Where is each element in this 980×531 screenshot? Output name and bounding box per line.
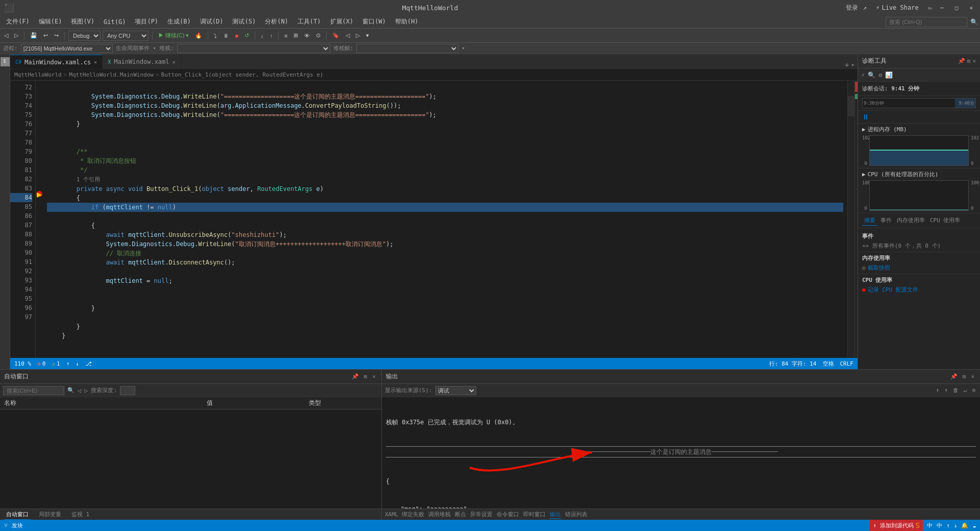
tab-breakpoints[interactable]: 断点: [455, 511, 466, 518]
output-pin[interactable]: 📌: [949, 372, 959, 381]
tab-output[interactable]: 输出: [550, 511, 561, 519]
hot-reload-button[interactable]: 🔥: [193, 31, 204, 40]
continue-button[interactable]: ▶ 继续(C) ▾: [156, 31, 191, 40]
add-to-source-button[interactable]: ↑ 添加到源代码 S: [870, 520, 923, 531]
search-nav-prev[interactable]: ◁: [78, 387, 81, 394]
diag-pin-button[interactable]: 📌: [958, 58, 965, 64]
notifications-button[interactable]: 🔔: [961, 522, 968, 529]
diag-pause-button[interactable]: ⏸: [862, 113, 869, 121]
up-arrow[interactable]: ↑: [66, 360, 70, 367]
bookmark-button[interactable]: 🔖: [330, 31, 341, 40]
download-icon[interactable]: ↓: [954, 522, 958, 529]
live-share-button[interactable]: ⚡ Live Share: [872, 3, 922, 12]
diag-toolbar-icon3[interactable]: ⚙: [878, 71, 882, 79]
output-close[interactable]: ✕: [969, 372, 976, 381]
diag-tab-cpu[interactable]: CPU 使用率: [928, 215, 963, 226]
show-threads-button[interactable]: ≡: [282, 32, 289, 40]
step-into-button[interactable]: ↓: [259, 32, 266, 40]
cloud-icon[interactable]: ☁: [972, 522, 976, 529]
search-icon[interactable]: 🔍: [970, 18, 978, 26]
nav-next-button[interactable]: ▷: [354, 31, 362, 40]
tab-command[interactable]: 命令窗口: [497, 511, 519, 518]
tab-auto-window[interactable]: 自动窗口: [4, 510, 31, 520]
menu-item-analyze[interactable]: 分析(N): [261, 16, 292, 27]
tab-local-vars[interactable]: 局部变量: [37, 510, 63, 519]
breadcrumb-namespace[interactable]: MqttHelloWorld.MainWindow: [69, 71, 154, 78]
menu-item-file[interactable]: 文件(F): [2, 16, 34, 27]
save-button[interactable]: 💾: [28, 31, 39, 40]
tab-mainwindow-xaml[interactable]: X MainWindow.xaml ✕: [103, 55, 181, 69]
auto-watch-search[interactable]: [3, 386, 64, 395]
search-nav-next[interactable]: ▷: [84, 387, 88, 394]
input-indicator[interactable]: 中: [937, 522, 942, 529]
breakpoints-button[interactable]: ⊙: [314, 31, 323, 40]
redo-button[interactable]: ↪: [52, 31, 61, 40]
lang-indicator[interactable]: 中: [927, 522, 933, 529]
output-toolbar-btn2[interactable]: ⬇: [943, 386, 949, 395]
tab-exceptions[interactable]: 异常设置: [470, 511, 493, 518]
down-arrow[interactable]: ↓: [76, 360, 79, 367]
menu-item-git[interactable]: Git(G): [100, 17, 130, 27]
diag-detach-button[interactable]: ⊞: [967, 58, 971, 64]
diag-tab-events[interactable]: 事件: [878, 215, 894, 226]
menu-item-build[interactable]: 生成(B): [163, 16, 195, 27]
diag-toolbar-icon4[interactable]: 📊: [885, 71, 893, 79]
diag-tab-summary[interactable]: 摘要: [862, 215, 877, 226]
stack-dropdown[interactable]: [177, 44, 330, 53]
forward-button[interactable]: ▷: [12, 31, 20, 40]
close-button[interactable]: ✕: [966, 5, 976, 11]
snapshot-button[interactable]: 截取快照: [868, 264, 890, 272]
git-branch-status[interactable]: 发块: [12, 522, 23, 529]
output-source-dropdown[interactable]: 调试: [435, 386, 476, 395]
breadcrumb-file[interactable]: MqttHelloWorld: [14, 71, 62, 78]
parallel-watch-button[interactable]: 👁: [302, 32, 312, 40]
tab-error-list[interactable]: 错误列表: [565, 511, 587, 518]
tab-overflow-button[interactable]: ▾: [851, 62, 854, 68]
frame-dropdown[interactable]: [356, 44, 458, 53]
menu-item-extensions[interactable]: 扩展(X): [326, 16, 358, 27]
cpu-record-button[interactable]: 记录 CPU 配置文件: [868, 286, 918, 294]
activity-bar-item-explorer[interactable]: E: [1, 57, 10, 66]
tab-mainwindow-cs[interactable]: C# MainWindow.xaml.cs ✕: [10, 55, 103, 69]
zoom-level[interactable]: 110 %: [14, 360, 31, 367]
auto-watch-close[interactable]: ✕: [371, 372, 377, 381]
upload-icon[interactable]: ↑: [946, 522, 950, 529]
tab-xaml-binding[interactable]: XAML 绑定失败: [385, 511, 424, 518]
min-button[interactable]: ─: [937, 5, 947, 11]
warning-indicator[interactable]: ⚠ 1: [52, 360, 60, 367]
menu-item-edit[interactable]: 编辑(E): [35, 16, 66, 27]
undo-button[interactable]: ↩: [41, 31, 50, 40]
tab-close-xaml[interactable]: ✕: [173, 59, 176, 65]
diag-toolbar-icon2[interactable]: 🔍: [868, 71, 875, 79]
new-tab-button[interactable]: +: [845, 61, 849, 69]
breadcrumb-method[interactable]: Button_Click_1(object sender, RoutedEven…: [161, 71, 324, 78]
diag-close-button[interactable]: ✕: [972, 58, 976, 64]
output-settings-btn[interactable]: ⚙: [970, 386, 977, 395]
more-button[interactable]: ▾: [364, 31, 371, 40]
menu-item-debug[interactable]: 调试(D): [196, 16, 228, 27]
pause-button[interactable]: ⏸: [221, 32, 231, 40]
step-over-button[interactable]: ⤵: [212, 32, 219, 40]
output-float[interactable]: ⊞: [961, 372, 968, 381]
parallel-stacks-button[interactable]: ⊞: [291, 31, 300, 40]
cpu-dropdown[interactable]: Any CPU: [103, 31, 149, 41]
git-branch-button[interactable]: ⎇: [85, 360, 92, 367]
max-button[interactable]: □: [952, 5, 962, 11]
nav-prev-button[interactable]: ◁: [344, 31, 352, 40]
auto-watch-float[interactable]: ⊞: [362, 372, 369, 381]
tab-immediate[interactable]: 即时窗口: [523, 511, 546, 518]
output-toolbar-btn1[interactable]: ⬆: [935, 386, 941, 395]
auto-watch-pin[interactable]: 📌: [350, 372, 360, 381]
diag-toolbar-icon1[interactable]: ⚡: [861, 71, 865, 79]
back-button[interactable]: ◁: [2, 31, 10, 40]
stop-button[interactable]: ■: [233, 32, 240, 40]
tab-watch1[interactable]: 监视 1: [69, 510, 91, 519]
tab-call-stack[interactable]: 调用堆栈: [428, 511, 451, 518]
menu-item-test[interactable]: 测试(S): [228, 16, 260, 27]
search-depth-input[interactable]: [120, 386, 135, 395]
menu-item-window[interactable]: 窗口(W): [358, 16, 390, 27]
tab-close-cs[interactable]: ✕: [94, 59, 97, 65]
error-indicator[interactable]: ⊗ 0: [37, 360, 45, 367]
code-content[interactable]: System.Diagnostics.Debug.WriteLine("====…: [43, 81, 847, 358]
menu-item-view[interactable]: 视图(V): [67, 16, 99, 27]
